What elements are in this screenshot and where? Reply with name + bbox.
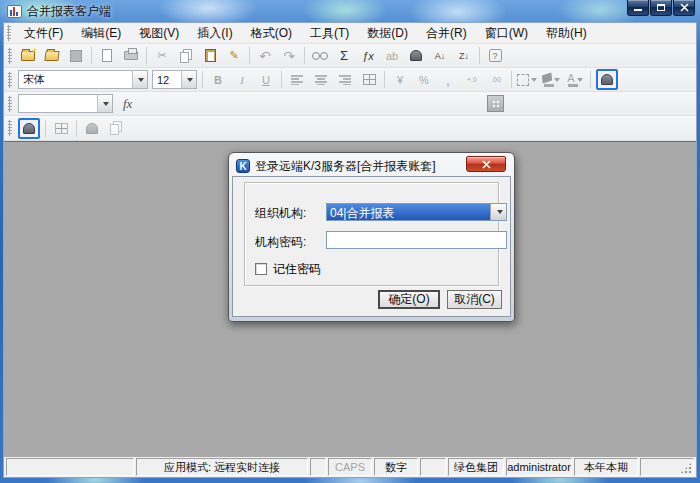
currency-style-button[interactable]: ¥: [389, 69, 411, 90]
name-box[interactable]: [18, 94, 113, 113]
password-field[interactable]: [326, 231, 507, 249]
window-controls: [627, 0, 695, 16]
grid-button[interactable]: [487, 95, 504, 112]
workbook-icon: [410, 50, 422, 61]
login-groupbox: 组织机构: 04|合并报表 机构密码: 记住密码: [244, 182, 499, 286]
paste-button[interactable]: [199, 45, 221, 66]
lock-cells-icon: [86, 123, 98, 134]
copy-button[interactable]: [175, 45, 197, 66]
underline-button[interactable]: U: [255, 69, 277, 90]
font-color-button[interactable]: A: [564, 69, 586, 90]
org-combo[interactable]: 04|合并报表: [326, 203, 507, 221]
report-toolbar: [4, 116, 696, 141]
about-button[interactable]: ?: [484, 45, 506, 66]
decrease-decimal-icon: .00: [491, 76, 501, 83]
print-button[interactable]: [120, 45, 142, 66]
close-icon: [680, 3, 689, 12]
menu-merge[interactable]: 合并(R): [417, 23, 476, 44]
text-icon: ab: [386, 50, 398, 62]
underline-icon: U: [262, 74, 270, 86]
menu-file[interactable]: 文件(F): [15, 23, 72, 44]
find-icon: [312, 52, 328, 60]
report-lock-button[interactable]: [596, 69, 618, 90]
undo-button[interactable]: ↶: [254, 45, 276, 66]
about-icon: ?: [489, 49, 502, 62]
insert-function-button[interactable]: ƒx: [357, 45, 379, 66]
format-painter-button[interactable]: ✎: [223, 45, 245, 66]
borders-icon: [517, 74, 529, 86]
undo-icon: ↶: [259, 48, 271, 64]
italic-button[interactable]: I: [231, 69, 253, 90]
separator: [304, 47, 305, 64]
remember-password-checkbox[interactable]: [255, 263, 267, 275]
close-button[interactable]: [673, 0, 695, 16]
print-icon: [124, 51, 138, 60]
chevron-down-icon: [554, 78, 560, 82]
menu-view[interactable]: 视图(V): [130, 23, 188, 44]
bold-button[interactable]: B: [207, 69, 229, 90]
font-name-combo[interactable]: 宋体: [18, 70, 148, 89]
status-pane-empty: [420, 458, 446, 476]
align-center-button[interactable]: [310, 69, 332, 90]
font-size-combo[interactable]: 12: [152, 70, 197, 89]
save-button[interactable]: [65, 45, 87, 66]
protect-button[interactable]: [18, 118, 40, 139]
menu-tools[interactable]: 工具(T): [301, 23, 358, 44]
decrease-decimal-button[interactable]: .00: [485, 69, 507, 90]
percent-style-button[interactable]: %: [413, 69, 435, 90]
menu-insert[interactable]: 插入(I): [188, 23, 241, 44]
formula-gripper: [8, 96, 12, 112]
status-group: 绿色集团: [448, 458, 504, 476]
sort-ascending-icon: A↓: [435, 51, 446, 61]
currency-icon: ¥: [397, 74, 403, 86]
font-size-dropdown[interactable]: [181, 71, 196, 88]
open-icon: [44, 51, 59, 61]
separator: [91, 47, 92, 64]
ok-button[interactable]: 确定(O): [378, 290, 440, 309]
remember-password-row[interactable]: 记住密码: [255, 261, 321, 278]
cancel-button[interactable]: 取消(C): [447, 290, 502, 309]
comma-style-button[interactable]: ,: [437, 69, 459, 90]
status-pane-empty: [310, 458, 326, 476]
cut-button[interactable]: ✂: [151, 45, 173, 66]
align-center-icon: [315, 75, 327, 85]
menu-data[interactable]: 数据(D): [358, 23, 417, 44]
menu-help[interactable]: 帮助(H): [537, 23, 596, 44]
workbook-button[interactable]: [405, 45, 427, 66]
fill-color-button[interactable]: [540, 69, 562, 90]
k3-logo-icon: K: [236, 159, 250, 173]
open-button[interactable]: [41, 45, 63, 66]
menu-window[interactable]: 窗口(W): [476, 23, 537, 44]
grid-icon: [492, 100, 499, 107]
menu-edit[interactable]: 编辑(E): [72, 23, 130, 44]
org-combo-dropdown[interactable]: [490, 204, 506, 220]
align-right-button[interactable]: [334, 69, 356, 90]
minimize-button[interactable]: [627, 0, 649, 16]
sort-descending-button[interactable]: Z↓: [453, 45, 475, 66]
merge-center-button[interactable]: [358, 69, 380, 90]
resize-grip[interactable]: [680, 462, 692, 474]
increase-decimal-icon: +.0: [467, 76, 477, 83]
font-color-bar: [568, 84, 578, 87]
increase-decimal-button[interactable]: +.0: [461, 69, 483, 90]
export-button[interactable]: [50, 118, 72, 139]
align-left-button[interactable]: [286, 69, 308, 90]
new-button[interactable]: [17, 45, 39, 66]
redo-button[interactable]: ↷: [278, 45, 300, 66]
autosum-button[interactable]: Σ: [333, 45, 355, 66]
print-preview-icon: [102, 49, 112, 62]
dialog-body: 组织机构: 04|合并报表 机构密码: 记住密码 确定(O) 取消(C): [232, 176, 511, 317]
paste-icon: [205, 49, 216, 62]
menu-format[interactable]: 格式(O): [242, 23, 301, 44]
maximize-button[interactable]: [650, 0, 672, 16]
lock-cells-button[interactable]: [81, 118, 103, 139]
sort-ascending-button[interactable]: A↓: [429, 45, 451, 66]
name-box-dropdown[interactable]: [97, 95, 112, 112]
borders-button[interactable]: [516, 69, 538, 90]
font-name-dropdown[interactable]: [132, 71, 147, 88]
copy-sheets-button[interactable]: [105, 118, 127, 139]
dialog-close-button[interactable]: [466, 156, 506, 172]
find-button[interactable]: [309, 45, 331, 66]
print-preview-button[interactable]: [96, 45, 118, 66]
text-button[interactable]: ab: [381, 45, 403, 66]
